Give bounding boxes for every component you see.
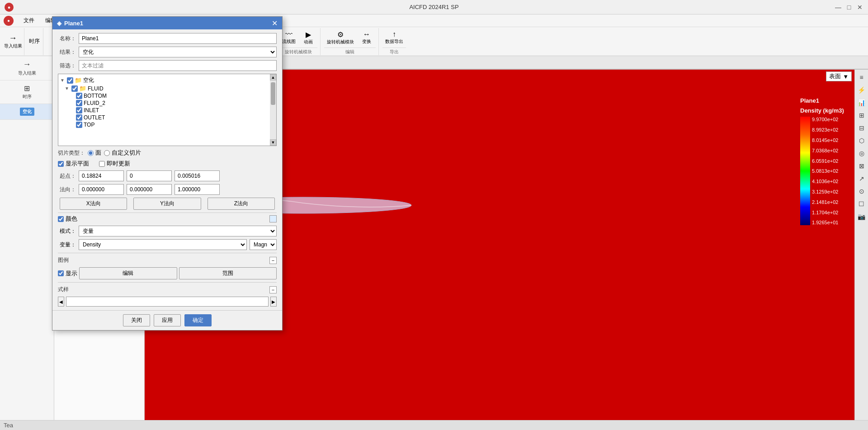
dialog-close-button[interactable]: ✕ <box>272 19 278 28</box>
color-cb[interactable] <box>58 216 64 222</box>
start-x-input[interactable] <box>79 170 124 181</box>
slice-type-row: 切片类型： 面 自定义切片 <box>58 149 277 157</box>
legend-edit-btn[interactable]: 编辑 <box>79 267 177 279</box>
colorbar-val-7: 3.1259e+02 <box>812 189 838 194</box>
toolbar-time[interactable]: 时序 <box>25 28 43 55</box>
scroll-down-btn[interactable]: ▼ <box>270 139 276 146</box>
dtree-cb-fluid[interactable] <box>71 85 78 92</box>
legend-show-text: 显示 <box>66 269 77 278</box>
display-plane-label[interactable]: 显示平面 <box>58 160 89 168</box>
right-btn-4[interactable]: ⊞ <box>856 109 868 121</box>
radio-face-label[interactable]: 面 <box>88 149 101 157</box>
mode-label-text: 模式： <box>58 227 76 235</box>
result-label: 结果： <box>58 48 76 56</box>
instant-update-label[interactable]: 即时更新 <box>99 160 130 168</box>
nav-cavitation[interactable]: 空化 <box>0 104 54 120</box>
name-input[interactable] <box>79 33 277 44</box>
menu-file[interactable]: 文件 <box>19 16 39 25</box>
scroll-up-btn[interactable]: ▲ <box>270 74 276 80</box>
radio-custom[interactable] <box>104 150 110 156</box>
right-btn-3[interactable]: 📊 <box>856 97 868 109</box>
title-bar: ● AICFD 2024R1 SP — □ ✕ <box>0 0 868 14</box>
dtree-top[interactable]: TOP <box>69 121 274 128</box>
maximize-button[interactable]: □ <box>845 4 853 11</box>
dtree-outlet[interactable]: OUTLET <box>69 114 274 121</box>
app-logo: ● <box>5 3 14 12</box>
dtree-cb-fluid2[interactable] <box>76 100 82 106</box>
close-button[interactable]: ✕ <box>856 4 863 11</box>
normal-y-input[interactable] <box>127 184 172 195</box>
dtree-cb-inlet[interactable] <box>76 107 82 113</box>
toolbar-import-result[interactable]: → 导入结果 <box>2 28 24 55</box>
start-z-input[interactable] <box>175 170 220 181</box>
legend-show-label[interactable]: 显示 <box>58 269 77 278</box>
right-btn-10[interactable]: ⊙ <box>856 185 868 197</box>
colorbar-val-9: 1.1704e+02 <box>812 210 838 215</box>
z-direction-button[interactable]: Z法向 <box>208 198 275 210</box>
app-title: AICFD 2024R1 SP <box>409 4 458 10</box>
y-direction-button[interactable]: Y法向 <box>133 198 201 210</box>
toolbar-turbomachine[interactable]: ⚙ 旋转机械模块 <box>324 29 357 46</box>
dtree-inlet[interactable]: INLET <box>69 107 274 114</box>
right-btn-6[interactable]: ⬡ <box>856 135 868 146</box>
style-collapse-btn[interactable]: − <box>269 286 277 293</box>
right-btn-12[interactable]: 📷 <box>856 211 868 222</box>
style-scroll-right-btn[interactable]: ▶ <box>270 297 277 307</box>
nav-import[interactable]: → 导入结果 <box>0 56 54 80</box>
display-plane-cb[interactable] <box>58 161 64 167</box>
right-btn-2[interactable]: ⚡ <box>856 84 868 96</box>
mode-select[interactable]: 变量 均匀 <box>79 226 277 236</box>
x-direction-button[interactable]: X法向 <box>60 198 127 210</box>
legend-range-btn[interactable]: 范围 <box>179 267 277 279</box>
normal-label: 法向： <box>58 186 76 194</box>
right-btn-7[interactable]: ◎ <box>856 147 868 159</box>
surface-selector[interactable]: 表面 ▼ <box>826 71 852 81</box>
radio-face[interactable] <box>88 150 94 156</box>
colorbar-gradient <box>800 117 810 225</box>
dtree-fluid2[interactable]: FLUID_2 <box>69 99 274 107</box>
legend-collapse-btn[interactable]: − <box>269 257 277 264</box>
dtree-bottom[interactable]: BOTTOM <box>69 92 274 99</box>
magnitude-select[interactable]: Magn <box>250 239 277 250</box>
variable-select[interactable]: Density <box>79 239 247 250</box>
filter-input[interactable] <box>79 60 277 71</box>
dtree-fluid[interactable]: ▼ 📁 FLUID <box>65 85 274 92</box>
dtree-cavitation[interactable]: ▼ 📁 空化 <box>60 76 274 85</box>
apply-btn[interactable]: 应用 <box>154 314 181 326</box>
legend-show-cb[interactable] <box>58 270 64 276</box>
nav-time[interactable]: ⊞ 时序 <box>0 80 54 104</box>
colorbar-val-5: 5.0813e+02 <box>812 168 838 174</box>
dtree-cb-outlet[interactable] <box>76 114 82 121</box>
style-scroll-left-btn[interactable]: ◀ <box>58 297 64 307</box>
instant-update-cb[interactable] <box>99 161 105 167</box>
normal-x-input[interactable] <box>79 184 124 195</box>
separator-1 <box>58 213 277 213</box>
right-btn-11[interactable]: ☐ <box>856 198 868 210</box>
radio-custom-label[interactable]: 自定义切片 <box>104 149 141 157</box>
close-btn[interactable]: 关闭 <box>123 314 150 326</box>
dtree-toggle: ▼ <box>60 78 66 83</box>
right-btn-5[interactable]: ⊟ <box>856 122 868 134</box>
start-y-input[interactable] <box>127 170 172 181</box>
direction-buttons-row: X法向 Y法向 Z法向 <box>58 198 277 210</box>
toolbar-export[interactable]: ↑ 数据导出 <box>382 29 406 46</box>
dtree-cb-bottom[interactable] <box>76 93 82 99</box>
toolbar-transform[interactable]: ↔ 变换 <box>358 29 376 46</box>
minimize-button[interactable]: — <box>835 4 842 11</box>
style-input[interactable] <box>66 297 269 307</box>
toolbar-animation[interactable]: ▶ 动画 <box>299 29 317 46</box>
separator-2 <box>58 253 277 253</box>
right-btn-1[interactable]: ≡ <box>856 71 868 83</box>
colorbar: Plane1 Density (kg/m3) 9.9700e+02 8.9923… <box>800 97 845 225</box>
normal-z-input[interactable] <box>175 184 220 195</box>
right-btn-8[interactable]: ⊠ <box>856 160 868 172</box>
right-btn-9[interactable]: ↗ <box>856 173 868 184</box>
dtree-cb-cavitation[interactable] <box>67 77 73 84</box>
result-select[interactable]: 空化 <box>79 47 277 57</box>
ok-btn[interactable]: 确定 <box>184 314 212 326</box>
dtree-cb-top[interactable] <box>76 122 82 128</box>
color-picker-btn[interactable] <box>269 215 277 222</box>
display-plane-text: 显示平面 <box>66 160 89 168</box>
colorbar-title-line2: Density (kg/m3) <box>800 107 845 115</box>
color-label[interactable]: 颜色 <box>58 215 267 223</box>
